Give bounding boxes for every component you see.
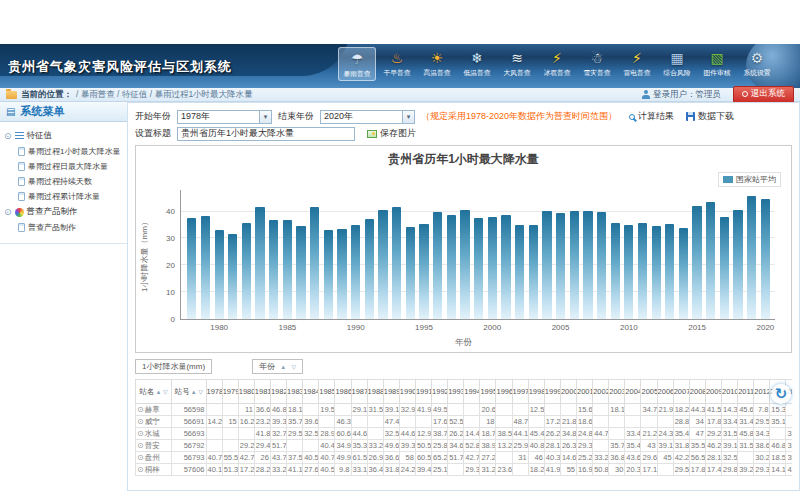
bar-2000[interactable]	[488, 217, 497, 319]
toggle-icon[interactable]: ⊙	[4, 208, 12, 217]
year-header-2000[interactable]: 2000	[560, 380, 576, 404]
bar-1999[interactable]	[474, 218, 483, 319]
year-header-1989[interactable]: 1989	[383, 380, 399, 404]
chart-title-input[interactable]	[177, 127, 355, 141]
year-header-2005[interactable]: 2005	[641, 380, 657, 404]
radio-icon[interactable]: ⊙	[137, 429, 144, 438]
calc-result-button[interactable]: 计算结果	[629, 110, 674, 123]
bar-1994[interactable]	[406, 227, 415, 319]
bar-1997[interactable]	[447, 215, 456, 319]
bar-2017[interactable]	[720, 217, 729, 319]
bar-2015[interactable]	[692, 206, 701, 319]
year-header-2009[interactable]: 2009	[705, 380, 721, 404]
nav-comprehensive-risk[interactable]: ▦综合风险	[658, 47, 696, 81]
year-header-1999[interactable]: 1999	[544, 380, 560, 404]
bar-1990[interactable]	[351, 225, 360, 319]
year-header-1982[interactable]: 1982	[270, 380, 286, 404]
bar-2014[interactable]	[679, 228, 688, 319]
bar-2020[interactable]	[761, 199, 770, 319]
bar-2007[interactable]	[583, 211, 592, 319]
year-header-2003[interactable]: 2003	[609, 380, 625, 404]
nav-map-review[interactable]: ▧图件审核	[698, 47, 736, 81]
bar-2018[interactable]	[733, 210, 742, 319]
bar-1981[interactable]	[228, 234, 237, 319]
radio-icon[interactable]: ⊙	[137, 465, 144, 474]
year-header-1980[interactable]: 1980	[238, 380, 254, 404]
bar-2006[interactable]	[570, 211, 579, 319]
year-header-2011[interactable]: 2011	[738, 380, 754, 404]
tree-leaf[interactable]: 普查产品制作	[2, 220, 125, 235]
year-header-1978[interactable]: 1978	[206, 380, 222, 404]
bar-1982[interactable]	[242, 223, 251, 319]
tree-leaf[interactable]: 暴雨过程持续天数	[2, 174, 125, 189]
bar-1980[interactable]	[215, 230, 224, 319]
bar-2013[interactable]	[665, 224, 674, 319]
data-download-button[interactable]: 数据下载	[686, 110, 734, 123]
tree-node-product-making[interactable]: ⊙普查产品制作	[2, 204, 125, 220]
bar-2005[interactable]	[556, 213, 565, 319]
start-year-select[interactable]: 1978年 ▾	[177, 110, 272, 124]
year-header-2002[interactable]: 2002	[593, 380, 609, 404]
bar-2002[interactable]	[515, 225, 524, 319]
bar-1979[interactable]	[201, 216, 210, 319]
logout-button[interactable]: 退出系统	[733, 86, 794, 103]
end-year-select[interactable]: 2020年 ▾	[320, 110, 415, 124]
bar-2011[interactable]	[638, 223, 647, 319]
year-header-1991[interactable]: 1991	[415, 380, 431, 404]
save-image-button[interactable]: 保存图片	[367, 127, 416, 140]
year-header-2012[interactable]: 2012	[754, 380, 770, 404]
bar-1983[interactable]	[255, 207, 264, 319]
station-name-header[interactable]: 站名▲ ▽	[136, 380, 172, 404]
year-header-1995[interactable]: 1995	[480, 380, 496, 404]
bar-2003[interactable]	[529, 225, 538, 319]
bar-1978[interactable]	[187, 218, 196, 319]
bar-1991[interactable]	[365, 219, 374, 320]
bar-2010[interactable]	[624, 225, 633, 319]
year-header-1998[interactable]: 1998	[528, 380, 544, 404]
bar-2019[interactable]	[747, 196, 756, 319]
station-id-header[interactable]: 站号▲ ▽	[172, 380, 206, 404]
radio-icon[interactable]: ⊙	[137, 453, 144, 462]
tree-leaf[interactable]: 暴雨过程日最大降水量	[2, 159, 125, 174]
bar-1989[interactable]	[337, 229, 346, 319]
bar-2012[interactable]	[652, 226, 661, 319]
year-header-1981[interactable]: 1981	[254, 380, 270, 404]
tree-leaf[interactable]: 暴雨过程累计降水量	[2, 189, 125, 204]
nav-high-temp[interactable]: ☀高温普查	[418, 47, 456, 81]
tree-node-feature-values[interactable]: ⊙特征值	[2, 128, 125, 144]
year-header-1986[interactable]: 1986	[335, 380, 351, 404]
bar-1992[interactable]	[378, 210, 387, 319]
year-header-1996[interactable]: 1996	[496, 380, 512, 404]
year-header-1990[interactable]: 1990	[399, 380, 415, 404]
bar-2008[interactable]	[597, 212, 606, 319]
nav-snow[interactable]: ☃雪灾普查	[578, 47, 616, 81]
year-header-1985[interactable]: 1985	[319, 380, 335, 404]
year-header-1992[interactable]: 1992	[432, 380, 448, 404]
year-header-1984[interactable]: 1984	[303, 380, 319, 404]
sort-icons[interactable]: ▲ ▽	[156, 389, 168, 395]
nav-lightning[interactable]: ⚡雷电普查	[618, 47, 656, 81]
tree-leaf[interactable]: 暴雨过程1小时最大降水量	[2, 144, 125, 159]
year-header-2007[interactable]: 2007	[673, 380, 689, 404]
year-header-1979[interactable]: 1979	[222, 380, 238, 404]
sort-icons[interactable]: ▲ ▽	[191, 389, 203, 395]
year-header-1994[interactable]: 1994	[464, 380, 480, 404]
chevron-down-icon[interactable]: ▾	[402, 111, 414, 123]
radio-icon[interactable]: ⊙	[137, 441, 144, 450]
nav-hail[interactable]: ⚡冰雹普查	[538, 47, 576, 81]
year-header-1983[interactable]: 1983	[287, 380, 303, 404]
sidebar-title-bar[interactable]: ▤ 系统菜单	[0, 102, 127, 122]
refresh-icon[interactable]: ↻	[771, 384, 791, 404]
nav-system-settings[interactable]: ⚙系统设置	[738, 47, 776, 81]
year-header-1997[interactable]: 1997	[512, 380, 528, 404]
bar-2004[interactable]	[542, 211, 551, 319]
bar-1993[interactable]	[392, 207, 401, 319]
year-header-2001[interactable]: 2001	[577, 380, 593, 404]
bar-2009[interactable]	[611, 223, 620, 319]
bar-1996[interactable]	[433, 212, 442, 320]
year-header-1987[interactable]: 1987	[351, 380, 367, 404]
sort-desc-icon[interactable]: ▽	[292, 364, 297, 370]
toggle-icon[interactable]: ⊙	[4, 132, 12, 141]
bar-1987[interactable]	[310, 207, 319, 319]
year-header-1988[interactable]: 1988	[367, 380, 383, 404]
